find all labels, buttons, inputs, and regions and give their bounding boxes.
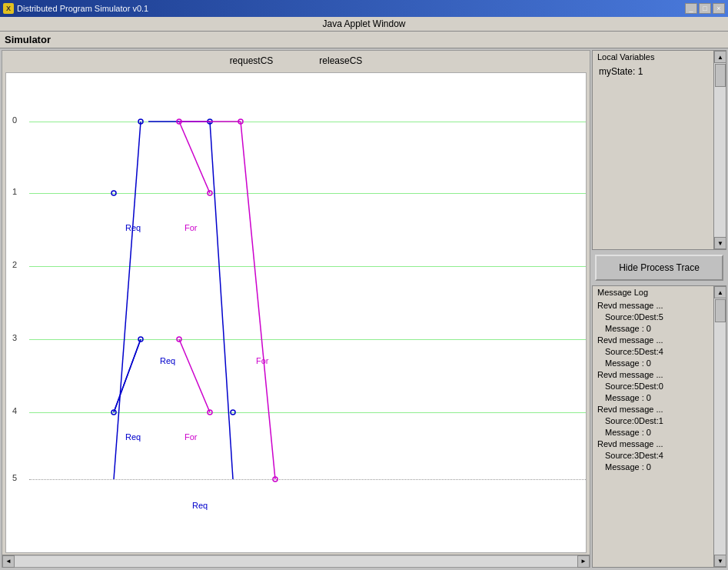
msg-scroll-thumb[interactable] — [715, 299, 726, 322]
scroll-track — [714, 63, 726, 237]
request-cs-label: requestCS — [230, 55, 274, 66]
local-variables-box: Local Variables myState: 1 ▲ ▼ — [592, 50, 726, 250]
horizontal-scrollbar[interactable]: ◄ ► — [2, 555, 590, 567]
message-log-box: Message Log Revd message ... Source:0Des… — [592, 285, 726, 568]
right-panel: Local Variables myState: 1 ▲ ▼ Hide Proc… — [592, 50, 726, 568]
msg-1-message: Message : 0 — [596, 323, 723, 335]
msg-4-line: Revd message ... — [596, 404, 723, 415]
msg-3-source: Source:5Dest:0 — [596, 381, 723, 392]
scroll-right-button[interactable]: ► — [577, 555, 590, 568]
maximize-button[interactable]: □ — [699, 3, 711, 14]
title-bar-title: Distributed Program Simulator v0.1 — [17, 4, 148, 13]
msg-scroll-track — [714, 298, 726, 555]
scroll-left-button[interactable]: ◄ — [2, 555, 15, 568]
svg-line-16 — [241, 122, 275, 479]
title-bar-buttons: _ □ × — [685, 3, 725, 14]
msg-4-source: Source:0Dest:1 — [596, 415, 723, 427]
scroll-thumb[interactable] — [715, 64, 726, 87]
msg-1-source: Source:0Dest:5 — [596, 312, 723, 323]
app-title: Simulator — [0, 32, 728, 48]
main-layout: requestCS releaseCS 0 1 2 3 4 5 — [0, 48, 728, 569]
hide-process-trace-button[interactable]: Hide Process Trace — [595, 255, 723, 281]
msg-1-line: Revd message ... — [596, 300, 723, 312]
msg-4-message: Message : 0 — [596, 427, 723, 438]
msg-3-line: Revd message ... — [596, 369, 723, 381]
svg-text:Req: Req — [192, 501, 208, 510]
msg-scroll-up-button[interactable]: ▲ — [714, 286, 726, 298]
msg-2-message: Message : 0 — [596, 358, 723, 369]
svg-point-10 — [231, 410, 235, 415]
scroll-down-button[interactable]: ▼ — [714, 237, 726, 249]
svg-text:For: For — [256, 356, 269, 365]
message-log-title: Message Log — [593, 286, 726, 298]
svg-line-11 — [179, 122, 210, 193]
svg-text:Req: Req — [160, 356, 175, 365]
title-bar: X Distributed Program Simulator v0.1 _ □… — [0, 0, 728, 17]
msg-2-line: Revd message ... — [596, 335, 723, 346]
close-button[interactable]: × — [713, 3, 725, 14]
msg-scroll-down-button[interactable]: ▼ — [714, 555, 726, 567]
msg-2-source: Source:5Dest:4 — [596, 346, 723, 358]
svg-text:For: For — [184, 223, 198, 232]
scroll-h-track — [15, 556, 577, 567]
center-panel: requestCS releaseCS 0 1 2 3 4 5 — [2, 50, 590, 568]
message-log-scrollbar[interactable]: ▲ ▼ — [713, 286, 726, 567]
diagram-svg: Req For Req For Req For Req — [6, 73, 586, 552]
cs-header: requestCS releaseCS — [2, 51, 590, 71]
svg-line-5 — [210, 122, 233, 479]
release-cs-label: releaseCS — [319, 55, 362, 66]
msg-5-line: Revd message ... — [596, 438, 723, 450]
local-variables-title: Local Variables — [593, 51, 726, 63]
minimize-button[interactable]: _ — [685, 3, 697, 14]
message-log-content: Revd message ... Source:0Dest:5 Message … — [593, 298, 726, 564]
svg-line-8 — [114, 339, 141, 412]
title-bar-left: X Distributed Program Simulator v0.1 — [3, 3, 148, 14]
svg-line-0 — [114, 122, 141, 479]
app-icon: X — [3, 3, 14, 14]
svg-text:Req: Req — [125, 223, 141, 232]
scroll-up-button[interactable]: ▲ — [714, 51, 726, 63]
msg-5-message: Message : 0 — [596, 462, 723, 473]
svg-text:Req: Req — [125, 432, 141, 442]
diagram-canvas: 0 1 2 3 4 5 — [5, 72, 587, 553]
svg-point-2 — [111, 191, 116, 195]
msg-5-source: Source:3Dest:4 — [596, 450, 723, 462]
svg-line-18 — [179, 339, 210, 412]
msg-3-message: Message : 0 — [596, 392, 723, 404]
my-state-value: myState: 1 — [599, 66, 720, 77]
svg-text:For: For — [184, 432, 198, 442]
local-variables-content: myState: 1 — [593, 63, 726, 80]
local-vars-scrollbar[interactable]: ▲ ▼ — [713, 51, 726, 249]
window-label: Java Applet Window — [0, 17, 728, 32]
